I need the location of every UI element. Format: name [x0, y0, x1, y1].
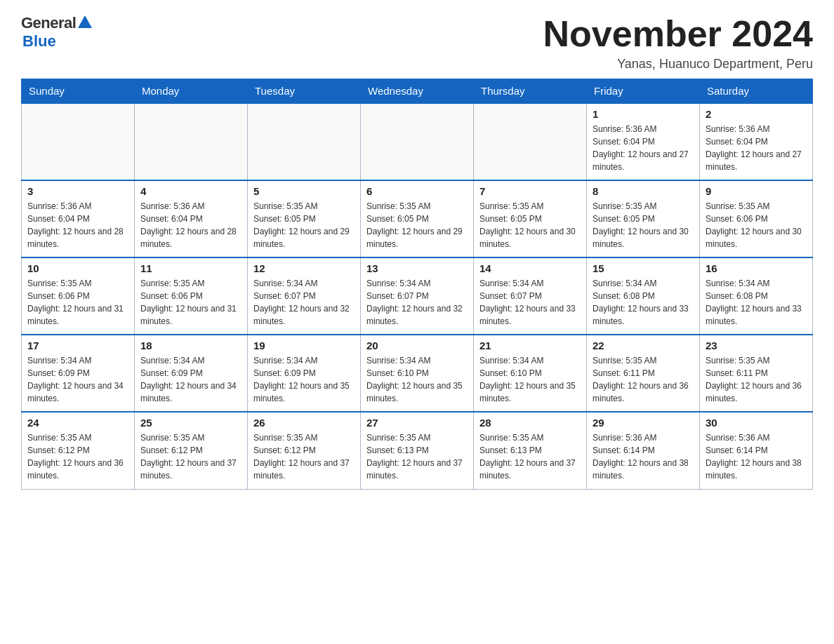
calendar-cell: 27Sunrise: 5:35 AMSunset: 6:13 PMDayligh… [361, 412, 474, 489]
calendar-cell [361, 103, 474, 180]
calendar-cell [135, 103, 248, 180]
weekday-header-monday: Monday [135, 79, 248, 104]
day-info: Sunrise: 5:36 AMSunset: 6:04 PMDaylight:… [706, 123, 807, 173]
calendar-week-3: 10Sunrise: 5:35 AMSunset: 6:06 PMDayligh… [22, 257, 813, 335]
calendar-cell: 11Sunrise: 5:35 AMSunset: 6:06 PMDayligh… [135, 257, 248, 335]
calendar-cell: 9Sunrise: 5:35 AMSunset: 6:06 PMDaylight… [700, 180, 813, 257]
day-info: Sunrise: 5:35 AMSunset: 6:12 PMDaylight:… [253, 431, 355, 482]
calendar-cell: 16Sunrise: 5:34 AMSunset: 6:08 PMDayligh… [700, 257, 813, 335]
weekday-header-sunday: Sunday [22, 79, 135, 104]
day-info: Sunrise: 5:35 AMSunset: 6:13 PMDaylight:… [479, 431, 581, 482]
day-number: 4 [140, 185, 241, 197]
logo-triangle-icon [78, 15, 92, 28]
calendar-cell: 13Sunrise: 5:34 AMSunset: 6:07 PMDayligh… [361, 257, 474, 335]
day-info: Sunrise: 5:36 AMSunset: 6:04 PMDaylight:… [593, 123, 694, 173]
day-info: Sunrise: 5:34 AMSunset: 6:07 PMDaylight:… [253, 277, 355, 328]
calendar-cell: 6Sunrise: 5:35 AMSunset: 6:05 PMDaylight… [361, 180, 474, 257]
calendar-week-1: 1Sunrise: 5:36 AMSunset: 6:04 PMDaylight… [22, 103, 813, 180]
day-number: 23 [706, 340, 807, 351]
calendar-cell: 5Sunrise: 5:35 AMSunset: 6:05 PMDaylight… [248, 180, 361, 257]
calendar-cell: 17Sunrise: 5:34 AMSunset: 6:09 PMDayligh… [22, 335, 135, 412]
day-number: 9 [706, 185, 807, 197]
day-info: Sunrise: 5:35 AMSunset: 6:06 PMDaylight:… [140, 277, 241, 328]
day-info: Sunrise: 5:36 AMSunset: 6:14 PMDaylight:… [706, 431, 807, 482]
day-info: Sunrise: 5:34 AMSunset: 6:10 PMDaylight:… [366, 354, 468, 405]
day-info: Sunrise: 5:34 AMSunset: 6:09 PMDaylight:… [253, 354, 355, 405]
calendar-cell: 26Sunrise: 5:35 AMSunset: 6:12 PMDayligh… [248, 412, 361, 489]
weekday-header-row: SundayMondayTuesdayWednesdayThursdayFrid… [22, 79, 813, 104]
day-number: 24 [27, 417, 128, 429]
calendar-cell: 15Sunrise: 5:34 AMSunset: 6:08 PMDayligh… [587, 257, 700, 335]
logo-general-text: General [21, 14, 76, 32]
day-number: 16 [706, 262, 807, 274]
day-number: 17 [27, 340, 128, 351]
day-info: Sunrise: 5:34 AMSunset: 6:08 PMDaylight:… [593, 277, 694, 328]
day-info: Sunrise: 5:36 AMSunset: 6:04 PMDaylight:… [140, 200, 241, 250]
day-info: Sunrise: 5:35 AMSunset: 6:05 PMDaylight:… [593, 200, 694, 250]
day-info: Sunrise: 5:36 AMSunset: 6:04 PMDaylight:… [27, 200, 128, 250]
day-number: 28 [479, 417, 581, 429]
day-info: Sunrise: 5:35 AMSunset: 6:06 PMDaylight:… [27, 277, 128, 328]
day-number: 15 [593, 262, 694, 274]
day-number: 6 [366, 185, 468, 197]
logo: General Blue [21, 14, 92, 51]
calendar-week-5: 24Sunrise: 5:35 AMSunset: 6:12 PMDayligh… [22, 412, 813, 489]
day-info: Sunrise: 5:35 AMSunset: 6:13 PMDaylight:… [366, 431, 468, 482]
weekday-header-thursday: Thursday [474, 79, 587, 104]
calendar-header: SundayMondayTuesdayWednesdayThursdayFrid… [22, 79, 813, 104]
calendar-cell: 24Sunrise: 5:35 AMSunset: 6:12 PMDayligh… [22, 412, 135, 489]
day-number: 10 [27, 262, 128, 274]
calendar-cell: 10Sunrise: 5:35 AMSunset: 6:06 PMDayligh… [22, 257, 135, 335]
title-area: November 2024 Yanas, Huanuco Department,… [543, 14, 813, 72]
day-number: 25 [140, 417, 241, 429]
calendar-cell [474, 103, 587, 180]
day-info: Sunrise: 5:35 AMSunset: 6:06 PMDaylight:… [706, 200, 807, 250]
day-number: 13 [366, 262, 468, 274]
day-number: 27 [366, 417, 468, 429]
calendar-cell: 7Sunrise: 5:35 AMSunset: 6:05 PMDaylight… [474, 180, 587, 257]
calendar-cell: 1Sunrise: 5:36 AMSunset: 6:04 PMDaylight… [587, 103, 700, 180]
calendar-cell: 20Sunrise: 5:34 AMSunset: 6:10 PMDayligh… [361, 335, 474, 412]
day-number: 12 [253, 262, 355, 274]
calendar-cell: 23Sunrise: 5:35 AMSunset: 6:11 PMDayligh… [700, 335, 813, 412]
day-info: Sunrise: 5:35 AMSunset: 6:05 PMDaylight:… [366, 200, 468, 250]
calendar-cell: 30Sunrise: 5:36 AMSunset: 6:14 PMDayligh… [700, 412, 813, 489]
weekday-header-saturday: Saturday [700, 79, 813, 104]
day-number: 7 [479, 185, 581, 197]
day-number: 18 [140, 340, 241, 351]
calendar-cell: 22Sunrise: 5:35 AMSunset: 6:11 PMDayligh… [587, 335, 700, 412]
calendar-cell: 21Sunrise: 5:34 AMSunset: 6:10 PMDayligh… [474, 335, 587, 412]
day-info: Sunrise: 5:35 AMSunset: 6:11 PMDaylight:… [706, 354, 807, 405]
logo-blue-text: Blue [22, 32, 56, 51]
calendar-cell: 8Sunrise: 5:35 AMSunset: 6:05 PMDaylight… [587, 180, 700, 257]
day-number: 2 [706, 108, 807, 120]
weekday-header-wednesday: Wednesday [361, 79, 474, 104]
day-info: Sunrise: 5:34 AMSunset: 6:09 PMDaylight:… [140, 354, 241, 405]
day-info: Sunrise: 5:35 AMSunset: 6:11 PMDaylight:… [593, 354, 694, 405]
day-number: 19 [253, 340, 355, 351]
day-number: 30 [706, 417, 807, 429]
day-info: Sunrise: 5:34 AMSunset: 6:07 PMDaylight:… [479, 277, 581, 328]
location-text: Yanas, Huanuco Department, Peru [543, 57, 813, 72]
month-title: November 2024 [543, 14, 813, 54]
day-number: 29 [593, 417, 694, 429]
day-number: 14 [479, 262, 581, 274]
day-number: 20 [366, 340, 468, 351]
calendar-cell: 25Sunrise: 5:35 AMSunset: 6:12 PMDayligh… [135, 412, 248, 489]
day-info: Sunrise: 5:34 AMSunset: 6:10 PMDaylight:… [479, 354, 581, 405]
calendar-cell: 12Sunrise: 5:34 AMSunset: 6:07 PMDayligh… [248, 257, 361, 335]
day-number: 21 [479, 340, 581, 351]
calendar-cell: 14Sunrise: 5:34 AMSunset: 6:07 PMDayligh… [474, 257, 587, 335]
day-number: 8 [593, 185, 694, 197]
calendar-week-4: 17Sunrise: 5:34 AMSunset: 6:09 PMDayligh… [22, 335, 813, 412]
calendar-cell: 28Sunrise: 5:35 AMSunset: 6:13 PMDayligh… [474, 412, 587, 489]
calendar-body: 1Sunrise: 5:36 AMSunset: 6:04 PMDaylight… [22, 103, 813, 489]
day-info: Sunrise: 5:34 AMSunset: 6:07 PMDaylight:… [366, 277, 468, 328]
calendar-cell: 19Sunrise: 5:34 AMSunset: 6:09 PMDayligh… [248, 335, 361, 412]
calendar-cell: 4Sunrise: 5:36 AMSunset: 6:04 PMDaylight… [135, 180, 248, 257]
day-number: 5 [253, 185, 355, 197]
day-info: Sunrise: 5:35 AMSunset: 6:05 PMDaylight:… [253, 200, 355, 250]
day-number: 22 [593, 340, 694, 351]
calendar-cell [22, 103, 135, 180]
calendar-cell: 2Sunrise: 5:36 AMSunset: 6:04 PMDaylight… [700, 103, 813, 180]
